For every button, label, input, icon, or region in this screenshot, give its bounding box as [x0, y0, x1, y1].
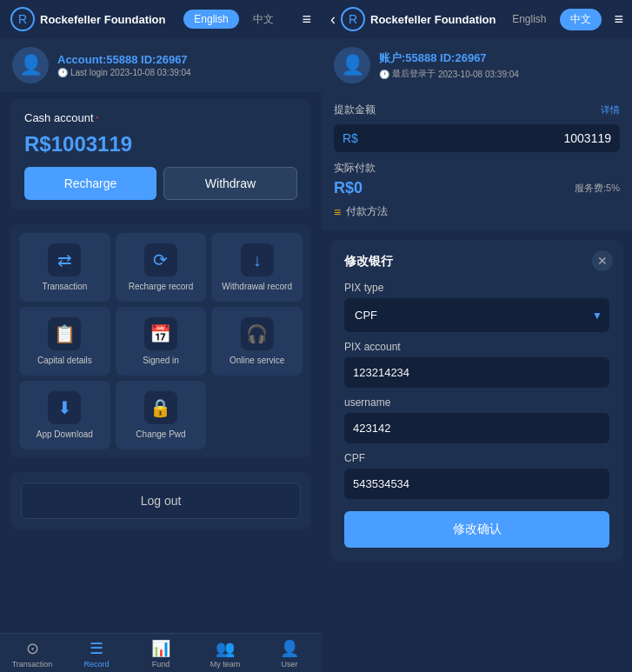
- username-label: username: [344, 396, 609, 409]
- pix-type-label: PIX type: [344, 282, 609, 294]
- nav-fund-icon: 📊: [151, 639, 170, 658]
- nav-item-user[interactable]: 👤 User: [257, 639, 322, 669]
- grid-item-capital-details[interactable]: 📋 Capital details: [19, 307, 110, 376]
- right-avatar: 👤: [334, 47, 370, 83]
- left-lang-zh-button[interactable]: 中文: [243, 9, 284, 30]
- pix-account-input[interactable]: [344, 357, 609, 388]
- amount-label: 提款金额: [334, 103, 376, 117]
- actual-pay-row: R$0 服务费:5%: [334, 179, 620, 197]
- nav-user-icon: 👤: [280, 639, 299, 658]
- capital-details-icon: 📋: [48, 317, 81, 350]
- currency-label: R$: [343, 131, 358, 145]
- right-header: ‹ R Rockefeller Foundation English 中文 ≡: [322, 0, 632, 38]
- left-panel: R Rockefeller Foundation English 中文 ≡ 👤 …: [0, 0, 322, 672]
- pix-type-select-row: CPF CNPJ EMAIL PHONE ▼: [344, 298, 609, 332]
- nav-record-label: Record: [83, 660, 109, 669]
- left-logo-text: Rockefeller Foundation: [40, 13, 165, 26]
- right-clock-icon: 🕐: [379, 70, 389, 79]
- cash-dot: ·: [96, 110, 99, 125]
- right-logo-icon: R: [341, 7, 365, 31]
- grid-label-withdrawal-record: Withdrawal record: [222, 282, 292, 291]
- right-user-section: 👤 账户:55888 ID:26967 🕐 最后登录于 2023-10-08 0…: [322, 38, 632, 92]
- grid-item-recharge-record[interactable]: ⟳ Recharge record: [116, 233, 207, 302]
- right-panel: ‹ R Rockefeller Foundation English 中文 ≡ …: [322, 0, 632, 672]
- nav-item-myteam[interactable]: 👥 My team: [193, 639, 257, 669]
- recharge-record-icon: ⟳: [144, 243, 177, 276]
- right-hamburger-icon[interactable]: ≡: [614, 10, 623, 29]
- change-pwd-icon: 🔒: [144, 391, 177, 424]
- detail-label[interactable]: 详情: [601, 103, 620, 116]
- logout-button[interactable]: Log out: [21, 482, 301, 519]
- bottom-nav: ⊙ Transaction ☰ Record 📊 Fund 👥 My team …: [0, 633, 322, 672]
- username-input[interactable]: [344, 413, 609, 443]
- grid-item-signed-in[interactable]: 📅 Signed in: [116, 307, 207, 376]
- cash-amount: R$1003119: [24, 132, 297, 156]
- left-user-section: 👤 Account:55888 ID:26967 🕐 Last login 20…: [0, 38, 322, 92]
- cash-title: Cash account ·: [24, 110, 297, 125]
- transaction-icon: ⇄: [48, 243, 81, 276]
- app-download-icon: ⬇: [48, 391, 81, 424]
- payment-label: 付款方法: [346, 204, 388, 219]
- payment-method-row: ≡ 付款方法: [334, 204, 620, 219]
- signed-in-icon: 📅: [144, 317, 177, 350]
- withdraw-button[interactable]: Withdraw: [163, 167, 297, 200]
- bank-modal: ✕ 修改银行 PIX type CPF CNPJ EMAIL PHONE ▼ P…: [330, 240, 623, 562]
- pix-type-arrow-icon: ▼: [592, 309, 602, 322]
- right-lang-switcher: English 中文: [502, 9, 602, 30]
- actual-pay-amount: R$0: [334, 179, 363, 197]
- withdraw-form: 提款金额 详情 R$ 1003119 实际付款 R$0 服务费:5% ≡ 付款方…: [322, 92, 632, 230]
- clock-icon: 🕐: [57, 68, 68, 77]
- cash-buttons: Recharge Withdraw: [24, 167, 297, 200]
- right-user-info: 账户:55888 ID:26967 🕐 最后登录于 2023-10-08 03:…: [379, 50, 519, 80]
- confirm-button[interactable]: 修改确认: [344, 511, 609, 548]
- nav-item-fund[interactable]: 📊 Fund: [129, 639, 193, 669]
- pix-type-select[interactable]: CPF CNPJ EMAIL PHONE: [351, 302, 592, 329]
- right-last-login: 🕐 最后登录于 2023-10-08 03:39:04: [379, 68, 519, 80]
- cpf-input[interactable]: [344, 469, 609, 499]
- grid-label-app-download: App Download: [37, 429, 93, 439]
- right-lang-zh-button[interactable]: 中文: [560, 9, 602, 30]
- grid-item-app-download[interactable]: ⬇ App Download: [19, 381, 110, 449]
- left-hamburger-icon[interactable]: ≡: [302, 10, 311, 29]
- right-logo: R Rockefeller Foundation: [341, 7, 496, 31]
- cash-section: Cash account · R$1003119 Recharge Withdr…: [10, 99, 311, 210]
- grid-label-signed-in: Signed in: [143, 356, 179, 365]
- nav-myteam-icon: 👥: [216, 639, 235, 658]
- grid-item-transaction[interactable]: ⇄ Transaction: [19, 233, 110, 302]
- grid-item-online-service[interactable]: 🎧 Online service: [211, 307, 303, 376]
- left-logo: R Rockefeller Foundation: [10, 7, 165, 31]
- grid-label-recharge-record: Recharge record: [129, 282, 193, 291]
- nav-item-transaction[interactable]: ⊙ Transaction: [0, 639, 64, 669]
- service-fee: 服务费:5%: [575, 182, 620, 195]
- grid-item-withdrawal-record[interactable]: ↓ Withdrawal record: [211, 233, 303, 302]
- online-service-icon: 🎧: [241, 317, 274, 350]
- left-lang-en-button[interactable]: English: [183, 10, 238, 29]
- right-logo-text: Rockefeller Foundation: [370, 13, 496, 26]
- modal-title: 修改银行: [344, 254, 609, 269]
- recharge-button[interactable]: Recharge: [24, 167, 156, 200]
- nav-transaction-icon: ⊙: [26, 639, 39, 658]
- right-lang-en-button[interactable]: English: [502, 10, 556, 29]
- nav-record-icon: ☰: [90, 639, 103, 658]
- actual-pay-label: 实际付款: [334, 161, 620, 176]
- nav-user-label: User: [281, 660, 297, 669]
- nav-myteam-label: My team: [210, 660, 241, 669]
- grid-label-transaction: Transaction: [42, 282, 87, 291]
- left-last-login: 🕐 Last login 2023-10-08 03:39:04: [57, 68, 191, 77]
- left-header: R Rockefeller Foundation English 中文 ≡: [0, 0, 322, 38]
- left-logo-icon: R: [10, 7, 35, 31]
- pix-account-label: PIX account: [344, 341, 609, 353]
- grid-label-change-pwd: Change Pwd: [136, 429, 185, 439]
- left-lang-switcher: English 中文: [183, 9, 283, 30]
- modal-close-button[interactable]: ✕: [592, 250, 613, 271]
- grid-menu: ⇄ Transaction ⟳ Recharge record ↓ Withdr…: [10, 224, 311, 458]
- back-button[interactable]: ‹: [330, 10, 336, 29]
- withdrawal-record-icon: ↓: [241, 243, 274, 276]
- nav-item-record[interactable]: ☰ Record: [64, 639, 129, 669]
- grid-label-online-service: Online service: [230, 356, 284, 365]
- payment-icon: ≡: [334, 205, 341, 219]
- cpf-label: CPF: [344, 452, 609, 464]
- grid-item-change-pwd[interactable]: 🔒 Change Pwd: [116, 381, 207, 449]
- nav-fund-label: Fund: [152, 660, 170, 669]
- left-avatar: 👤: [12, 47, 49, 83]
